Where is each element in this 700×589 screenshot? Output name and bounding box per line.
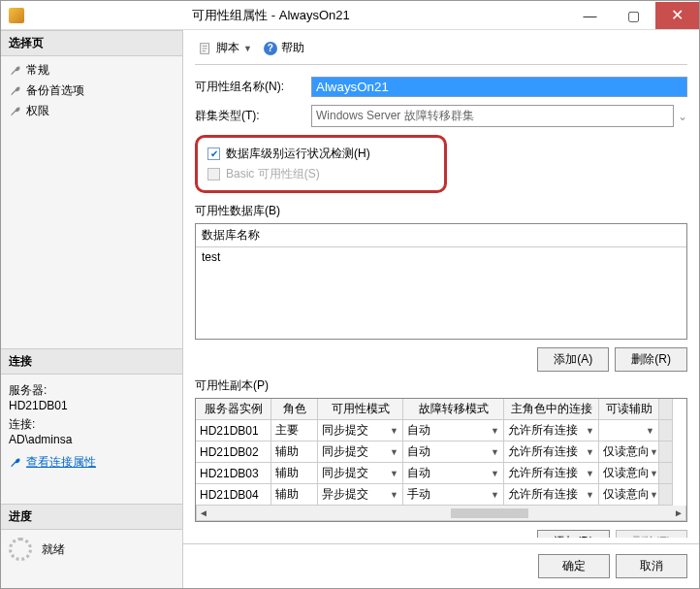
highlighted-options: ✔ 数据库级别运行状况检测(H) Basic 可用性组(S) bbox=[195, 135, 447, 193]
replica-add-button[interactable]: 添加(D) bbox=[537, 530, 610, 538]
cluster-type-label: 群集类型(T): bbox=[195, 108, 311, 124]
help-button[interactable]: ? 帮助 bbox=[260, 38, 308, 58]
cell-failover[interactable]: 手动▼ bbox=[403, 484, 504, 506]
col-mode: 可用性模式 bbox=[318, 399, 403, 420]
nav-label: 常规 bbox=[26, 62, 49, 79]
scroll-spacer bbox=[659, 420, 673, 442]
chevron-down-icon: ▼ bbox=[646, 426, 654, 436]
titlebar: 可用性组属性 - AlwaysOn21 — ▢ ✕ bbox=[1, 1, 699, 30]
cell-server: HD21DB02 bbox=[196, 442, 271, 463]
progress-header: 进度 bbox=[1, 504, 182, 530]
db-remove-button[interactable]: 删除(R) bbox=[615, 347, 687, 372]
chevron-down-icon: ▼ bbox=[390, 426, 398, 436]
chevron-down-icon: ⌄ bbox=[678, 110, 687, 123]
cell-primary_conn[interactable]: 允许所有连接▼ bbox=[504, 420, 599, 442]
nav-general[interactable]: 常规 bbox=[9, 60, 175, 81]
chevron-down-icon: ▼ bbox=[586, 469, 594, 478]
scroll-left-icon[interactable]: ◄ bbox=[199, 507, 208, 518]
col-readable: 可读辅助 bbox=[599, 399, 659, 420]
cell-failover[interactable]: 自动▼ bbox=[403, 463, 504, 484]
chevron-down-icon: ▼ bbox=[586, 490, 594, 500]
db-health-checkbox-row[interactable]: ✔ 数据库级别运行状况检测(H) bbox=[207, 144, 434, 164]
chevron-down-icon: ▼ bbox=[586, 447, 594, 457]
server-value: HD21DB01 bbox=[9, 399, 175, 412]
cell-role: 辅助 bbox=[271, 442, 318, 463]
select-page-header: 选择页 bbox=[1, 30, 182, 56]
wrench-icon bbox=[9, 105, 22, 118]
cell-readable[interactable]: 仅读意向▼ bbox=[599, 442, 659, 463]
connection-header: 连接 bbox=[1, 348, 182, 375]
close-button[interactable]: ✕ bbox=[655, 2, 699, 29]
cell-failover[interactable]: 自动▼ bbox=[403, 420, 504, 442]
minimize-button[interactable]: — bbox=[568, 2, 612, 29]
chevron-down-icon: ▼ bbox=[650, 447, 658, 457]
chevron-down-icon: ▼ bbox=[491, 447, 499, 457]
db-column-header: 数据库名称 bbox=[196, 224, 686, 247]
dialog-window: 可用性组属性 - AlwaysOn21 — ▢ ✕ 选择页 常规 备份首选项 bbox=[0, 0, 700, 589]
replica-row[interactable]: HD21DB03辅助同步提交▼自动▼允许所有连接▼仅读意向▼ bbox=[196, 463, 686, 484]
script-button[interactable]: 脚本 ▼ bbox=[195, 38, 256, 58]
spinner-icon bbox=[9, 538, 32, 561]
db-row[interactable]: test bbox=[196, 247, 686, 267]
col-role: 角色 bbox=[271, 399, 318, 420]
nav-backup-prefs[interactable]: 备份首选项 bbox=[9, 81, 175, 101]
cell-readable[interactable]: 仅读意向▼ bbox=[599, 463, 659, 484]
ok-button[interactable]: 确定 bbox=[538, 554, 610, 578]
chevron-down-icon: ▼ bbox=[243, 44, 252, 53]
replica-row[interactable]: HD21DB01主要同步提交▼自动▼允许所有连接▼▼ bbox=[196, 420, 686, 442]
cell-mode[interactable]: 同步提交▼ bbox=[318, 463, 403, 484]
cell-mode[interactable]: 同步提交▼ bbox=[318, 420, 403, 442]
progress-body: 就绪 bbox=[1, 530, 182, 569]
cell-failover[interactable]: 自动▼ bbox=[403, 442, 504, 463]
scroll-spacer bbox=[659, 463, 673, 484]
horizontal-scrollbar[interactable]: ◄ ► bbox=[196, 506, 686, 521]
cell-readable[interactable]: 仅读意向▼ bbox=[599, 484, 659, 506]
maximize-button[interactable]: ▢ bbox=[612, 2, 655, 29]
chevron-down-icon: ▼ bbox=[650, 469, 658, 478]
cell-primary_conn[interactable]: 允许所有连接▼ bbox=[504, 463, 599, 484]
scroll-right-icon[interactable]: ► bbox=[674, 507, 684, 518]
cluster-type-value: Windows Server 故障转移群集 bbox=[316, 109, 474, 122]
replica-row[interactable]: HD21DB04辅助异步提交▼手动▼允许所有连接▼仅读意向▼ bbox=[196, 484, 686, 506]
cell-mode[interactable]: 异步提交▼ bbox=[318, 484, 403, 506]
cluster-type-row: 群集类型(T): Windows Server 故障转移群集 ⌄ bbox=[195, 105, 687, 127]
databases-list: 数据库名称 test bbox=[195, 223, 687, 340]
cell-primary_conn[interactable]: 允许所有连接▼ bbox=[504, 484, 599, 506]
chevron-down-icon: ▼ bbox=[650, 490, 658, 500]
cell-server: HD21DB03 bbox=[196, 463, 271, 484]
replica-remove-button: 删除(E) bbox=[616, 530, 687, 538]
view-connection-properties[interactable]: 查看连接属性 bbox=[9, 454, 175, 471]
cell-mode[interactable]: 同步提交▼ bbox=[318, 442, 403, 463]
scroll-spacer bbox=[659, 442, 673, 463]
ag-name-label: 可用性组名称(N): bbox=[195, 79, 311, 95]
cancel-button[interactable]: 取消 bbox=[616, 554, 687, 578]
wrench-icon bbox=[9, 456, 22, 470]
db-add-button[interactable]: 添加(A) bbox=[537, 347, 609, 372]
cell-server: HD21DB01 bbox=[196, 420, 271, 442]
cell-primary_conn[interactable]: 允许所有连接▼ bbox=[504, 442, 599, 463]
sidebar: 选择页 常规 备份首选项 权限 连接 服务器: HD21DB01 bbox=[1, 30, 183, 588]
cell-role: 辅助 bbox=[271, 463, 318, 484]
nav-label: 权限 bbox=[26, 103, 49, 119]
cell-role: 辅助 bbox=[271, 484, 318, 506]
replica-row[interactable]: HD21DB02辅助同步提交▼自动▼允许所有连接▼仅读意向▼ bbox=[196, 442, 686, 463]
script-label: 脚本 bbox=[216, 40, 239, 56]
chevron-down-icon: ▼ bbox=[491, 426, 499, 436]
cell-server: HD21DB04 bbox=[196, 484, 271, 506]
ag-name-row: 可用性组名称(N): bbox=[195, 77, 687, 97]
replicas-table: 服务器实例 角色 可用性模式 故障转移模式 主角色中的连接 可读辅助 HD21D… bbox=[195, 398, 687, 522]
cell-readable[interactable]: ▼ bbox=[599, 420, 659, 442]
cluster-type-select[interactable]: Windows Server 故障转移群集 bbox=[311, 105, 674, 127]
replica-buttons: 添加(D) 删除(E) bbox=[195, 530, 687, 538]
scroll-thumb[interactable] bbox=[451, 508, 528, 518]
ag-name-input[interactable] bbox=[311, 77, 687, 97]
nav-permissions[interactable]: 权限 bbox=[9, 101, 175, 121]
checkbox-disabled-icon bbox=[207, 168, 220, 180]
main-panel: 脚本 ▼ ? 帮助 可用性组名称(N): 群集类型(T): Windows Se bbox=[183, 30, 699, 588]
chevron-down-icon: ▼ bbox=[491, 490, 499, 500]
scroll-spacer bbox=[659, 399, 673, 420]
help-icon: ? bbox=[264, 42, 277, 55]
cell-role: 主要 bbox=[271, 420, 318, 442]
wrench-icon bbox=[9, 84, 22, 98]
chevron-down-icon: ▼ bbox=[390, 469, 398, 478]
